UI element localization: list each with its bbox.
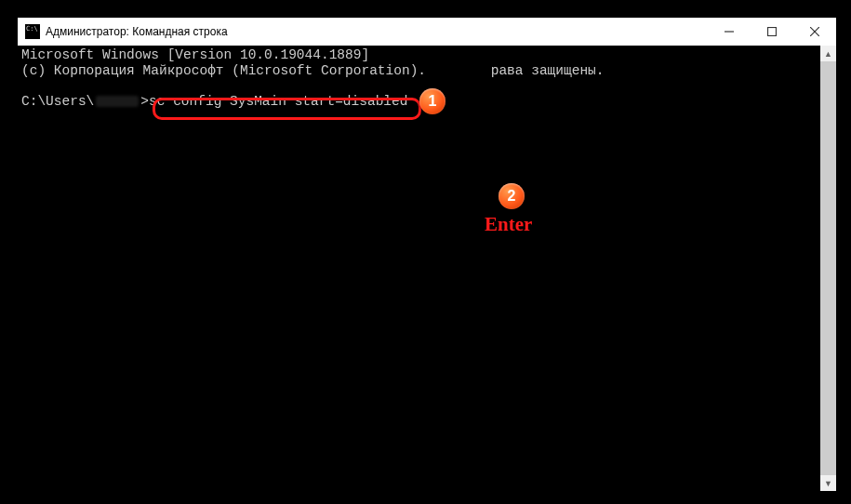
scroll-up-button[interactable]: ▲: [820, 46, 836, 61]
maximize-button[interactable]: [751, 18, 793, 46]
close-button[interactable]: [793, 18, 836, 46]
redacted-username: [96, 96, 139, 107]
prompt-suffix: >: [140, 94, 149, 109]
titlebar[interactable]: Администратор: Командная строка: [18, 18, 836, 46]
cmd-window: Администратор: Командная строка Microsof…: [18, 18, 836, 491]
screenshot-frame: Администратор: Командная строка Microsof…: [0, 0, 851, 504]
annotation-badge-2: 2: [499, 183, 525, 209]
typed-command: sc config SysMain start=disabled: [149, 94, 407, 109]
console-prompt-line: C:\Users\>sc config SysMain start=disabl…: [21, 94, 832, 110]
scroll-track[interactable]: [820, 61, 836, 475]
svg-rect-1: [768, 28, 777, 36]
vertical-scrollbar[interactable]: ▲ ▼: [820, 46, 836, 491]
scroll-thumb[interactable]: [820, 61, 836, 475]
console-blank: [21, 78, 832, 94]
window-title: Администратор: Командная строка: [46, 25, 228, 38]
scroll-down-button[interactable]: ▼: [820, 475, 836, 491]
console-area[interactable]: Microsoft Windows [Version 10.0.19044.18…: [18, 46, 836, 491]
console-line: Microsoft Windows [Version 10.0.19044.18…: [21, 47, 832, 63]
minimize-button[interactable]: [708, 18, 751, 46]
annotation-enter-label: Enter: [445, 191, 532, 258]
cmd-icon: [25, 24, 40, 39]
console-line: (c) Корпорация Майкрософт (Microsoft Cor…: [21, 63, 832, 79]
prompt-prefix: C:\Users\: [21, 94, 94, 109]
